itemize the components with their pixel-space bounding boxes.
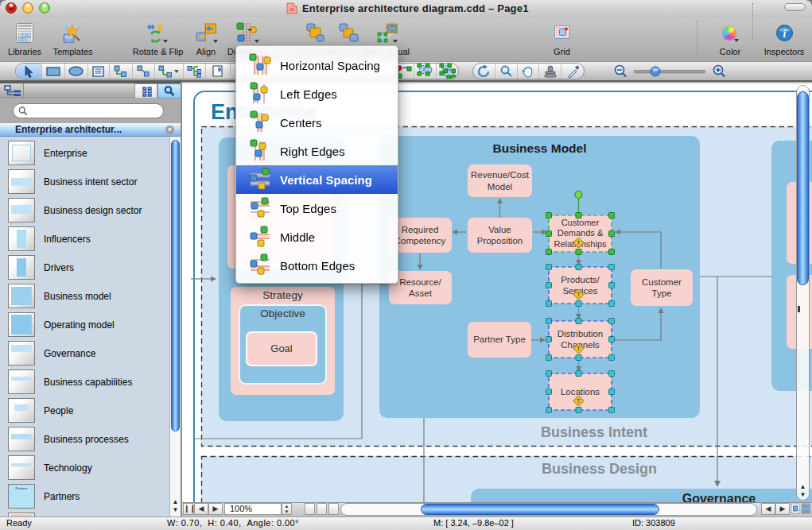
- svg-text:T: T: [577, 240, 581, 246]
- svg-text:T: T: [577, 398, 581, 404]
- svg-text:T: T: [577, 346, 581, 351]
- svg-text:T: T: [577, 292, 581, 297]
- svg-text:i: i: [783, 28, 787, 40]
